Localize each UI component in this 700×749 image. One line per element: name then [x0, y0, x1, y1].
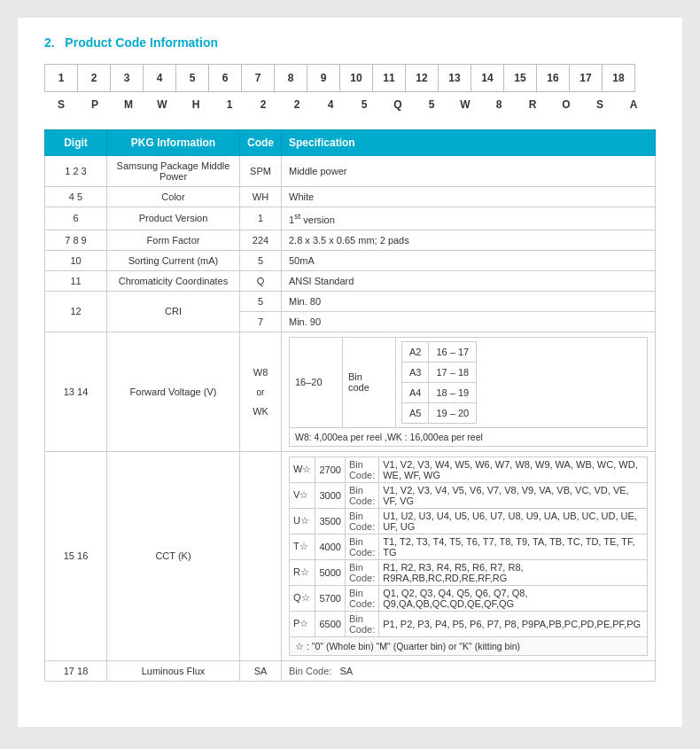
- position-cell: 7: [241, 64, 275, 92]
- value-cell: S: [583, 94, 617, 115]
- code-cell: SA: [240, 660, 282, 681]
- table-row: 10 Sorting Current (mA) 5 50mA: [45, 250, 656, 270]
- value-cell: 4: [314, 94, 347, 115]
- pkg-cell: Sorting Current (mA): [107, 250, 240, 270]
- col-header-code: Code: [240, 130, 282, 156]
- value-cell: O: [549, 94, 583, 115]
- code-cell: 5: [240, 291, 282, 311]
- position-cell: 1: [44, 64, 78, 92]
- pkg-cell: CRI: [107, 291, 240, 332]
- digit-cell: 12: [45, 291, 107, 332]
- digit-cell: 10: [45, 250, 107, 270]
- product-code-table: Digit PKG Information Code Specification…: [44, 129, 656, 682]
- table-row: 13 14 Forward Voltage (V) W8orWK 16–20 B…: [45, 332, 656, 451]
- section-title: 2. Product Code Information: [44, 35, 656, 50]
- value-cell: 2: [280, 94, 314, 115]
- table-row: 4 5 Color WH White: [45, 187, 656, 207]
- value-cell: 5: [347, 94, 381, 115]
- table-row: 12 CRI 5 Min. 80: [45, 291, 656, 311]
- position-cell: 13: [438, 64, 471, 92]
- position-cell: 16: [536, 64, 570, 92]
- spec-cell: 2.8 x 3.5 x 0.65 mm; 2 pads: [282, 230, 656, 250]
- position-cell: 8: [274, 64, 307, 92]
- spec-cell: Bin Code: SA: [282, 660, 656, 681]
- digit-cell: 15 16: [45, 451, 107, 660]
- value-cell: S: [44, 94, 78, 115]
- pkg-cell: Luminous Flux: [107, 660, 240, 681]
- position-cell: 17: [569, 64, 603, 92]
- value-cell: R: [516, 94, 549, 115]
- page-container: 2. Product Code Information 123456789101…: [18, 18, 682, 727]
- value-cell: 8: [482, 94, 516, 115]
- value-cell: M: [112, 94, 145, 115]
- pkg-cell: CCT (K): [107, 451, 240, 660]
- table-row: 11 Chromaticity Coordinates Q ANSI Stand…: [45, 270, 656, 291]
- col-header-digit: Digit: [45, 130, 107, 156]
- col-header-spec: Specification: [282, 130, 656, 156]
- position-cell: 9: [307, 64, 340, 92]
- code-cell: W8orWK: [240, 332, 282, 451]
- spec-cell: 1st version: [282, 207, 656, 230]
- value-cell: H: [179, 94, 213, 115]
- digit-cell: 17 18: [45, 660, 107, 681]
- digit-cell: 11: [45, 270, 107, 291]
- pkg-cell: Form Factor: [107, 230, 240, 250]
- position-cell: 12: [405, 64, 439, 92]
- position-cell: 10: [339, 64, 373, 92]
- position-cell: 4: [143, 64, 176, 92]
- value-cell: Q: [381, 94, 415, 115]
- position-cell: 2: [77, 64, 111, 92]
- pkg-cell: Product Version: [107, 207, 240, 230]
- code-cell: 224: [240, 230, 282, 250]
- value-cell: W: [448, 94, 482, 115]
- code-cell: 7: [240, 311, 282, 332]
- position-cell: 14: [471, 64, 504, 92]
- position-cell: 6: [208, 64, 242, 92]
- pkg-cell: Samsung Package Middle Power: [107, 156, 240, 187]
- value-cell: W: [145, 94, 179, 115]
- position-cell: 11: [372, 64, 406, 92]
- table-row: 17 18 Luminous Flux SA Bin Code: SA: [45, 660, 656, 681]
- value-cell: 5: [415, 94, 448, 115]
- code-cell: SPM: [240, 156, 282, 187]
- col-header-pkg: PKG Information: [107, 130, 240, 156]
- pkg-cell: Chromaticity Coordinates: [107, 270, 240, 291]
- position-cell: 3: [110, 64, 144, 92]
- spec-cell: Middle power: [282, 156, 656, 187]
- spec-cell: 16–20 Bincode A216 – 17A317 – 18A418 – 1…: [282, 332, 656, 451]
- digit-cell: 7 8 9: [45, 230, 107, 250]
- table-row: 6 Product Version 1 1st version: [45, 207, 656, 230]
- code-cell: 5: [240, 250, 282, 270]
- value-cell: A: [617, 94, 650, 115]
- spec-cell: W☆ 2700 BinCode: V1, V2, V3, W4, W5, W6,…: [282, 451, 656, 660]
- table-row: 1 2 3 Samsung Package Middle Power SPM M…: [45, 156, 656, 187]
- digit-cell: 4 5: [45, 187, 107, 207]
- section-text: Product Code Information: [65, 35, 218, 50]
- digit-cell: 1 2 3: [45, 156, 107, 187]
- pkg-cell: Color: [107, 187, 240, 207]
- position-cell: 18: [602, 64, 635, 92]
- code-cell: 1: [240, 207, 282, 230]
- value-cell: 2: [246, 94, 280, 115]
- position-cell: 5: [175, 64, 209, 92]
- spec-cell: White: [282, 187, 656, 207]
- code-cell: WH: [240, 187, 282, 207]
- digit-cell: 13 14: [45, 332, 107, 451]
- value-cell: P: [78, 94, 112, 115]
- code-value-bar: SPMWH12245Q5W8ROSA: [44, 94, 656, 115]
- code-cell: [240, 451, 282, 660]
- spec-cell: 50mA: [282, 250, 656, 270]
- spec-cell: Min. 80: [282, 291, 656, 311]
- code-position-bar: 123456789101112131415161718: [44, 64, 656, 92]
- section-number: 2.: [44, 35, 55, 50]
- table-row: 15 16 CCT (K) W☆ 2700 BinCode: V1, V2, V…: [45, 451, 656, 660]
- table-row: 7 8 9 Form Factor 224 2.8 x 3.5 x 0.65 m…: [45, 230, 656, 250]
- spec-cell: ANSI Standard: [282, 270, 656, 291]
- code-cell: Q: [240, 270, 282, 291]
- spec-cell: Min. 90: [282, 311, 656, 332]
- pkg-cell: Forward Voltage (V): [107, 332, 240, 451]
- position-cell: 15: [503, 64, 537, 92]
- value-cell: 1: [213, 94, 246, 115]
- digit-cell: 6: [45, 207, 107, 230]
